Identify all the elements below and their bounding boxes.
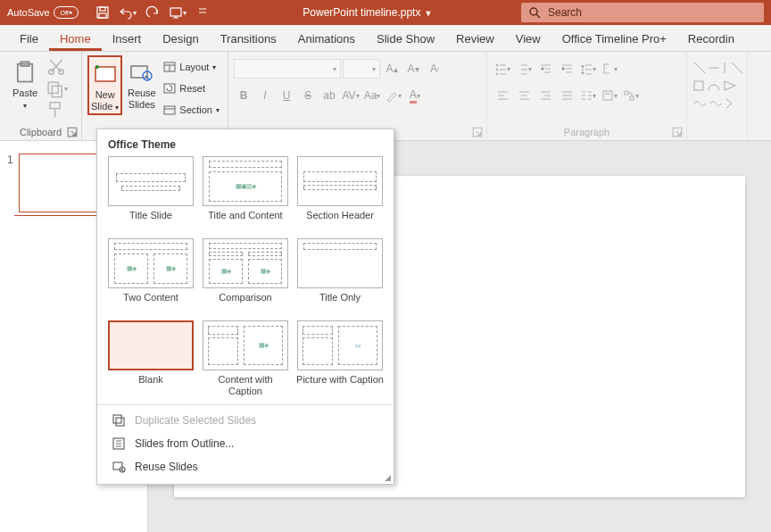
document-title[interactable]: PowerPoint timeline.pptx▼ bbox=[214, 6, 521, 19]
justify-button[interactable] bbox=[557, 86, 576, 105]
section-button[interactable]: Section ▾ bbox=[161, 100, 222, 120]
underline-button[interactable]: U bbox=[277, 86, 296, 105]
paste-button[interactable]: Paste▾ bbox=[5, 55, 45, 112]
reuse-slides-button[interactable]: Reuse Slides bbox=[124, 55, 159, 111]
smartart-button[interactable]: ▾ bbox=[621, 86, 641, 105]
group-drawing bbox=[687, 52, 748, 140]
resize-grip-icon[interactable]: ◢ bbox=[385, 473, 391, 482]
theme-heading: Office Theme bbox=[106, 137, 385, 156]
clipboard-icon bbox=[5, 57, 45, 87]
autosave-label: AutoSave bbox=[7, 7, 50, 18]
numbering-button[interactable]: ▾ bbox=[514, 59, 534, 79]
layout-blank[interactable]: Blank bbox=[106, 320, 195, 397]
search-input[interactable]: Search bbox=[521, 3, 764, 22]
format-painter-button[interactable] bbox=[46, 100, 66, 120]
layout-title-slide[interactable]: Title Slide bbox=[106, 156, 195, 233]
menu-duplicate-slides: Duplicate Selected Slides bbox=[106, 409, 385, 432]
layout-content-caption[interactable]: ▦◈ Content with Caption bbox=[201, 320, 290, 397]
increase-font-button[interactable]: A▴ bbox=[382, 59, 402, 79]
tab-review[interactable]: Review bbox=[445, 27, 505, 51]
bullets-button[interactable]: ▾ bbox=[493, 59, 512, 79]
reset-button[interactable]: Reset bbox=[161, 79, 222, 98]
align-right-button[interactable] bbox=[535, 86, 555, 105]
svg-rect-31 bbox=[113, 462, 122, 470]
title-bar: AutoSave Off● ▾ ▾ PowerPoint timeline.pp… bbox=[0, 0, 771, 25]
svg-rect-27 bbox=[694, 81, 703, 90]
char-spacing-button[interactable]: AV▾ bbox=[341, 86, 361, 105]
svg-rect-18 bbox=[164, 106, 175, 114]
svg-point-21 bbox=[496, 69, 498, 71]
svg-point-20 bbox=[496, 64, 498, 66]
group-slides: New Slide ▾ Reuse Slides Layout ▾ Reset … bbox=[82, 52, 228, 140]
tab-view[interactable]: View bbox=[505, 27, 551, 51]
ribbon-tabs: File Home Insert Design Transitions Anim… bbox=[0, 25, 771, 52]
clear-formatting-button[interactable]: A/ bbox=[425, 59, 444, 79]
shadow-button[interactable]: ab bbox=[319, 86, 339, 105]
align-center-button[interactable] bbox=[514, 86, 534, 105]
italic-button[interactable]: I bbox=[255, 86, 275, 105]
duplicate-icon bbox=[112, 413, 126, 428]
svg-rect-11 bbox=[50, 103, 60, 109]
increase-indent-button[interactable] bbox=[557, 59, 576, 79]
layout-picture-caption[interactable]: ▭ Picture with Caption bbox=[295, 320, 385, 397]
tab-home[interactable]: Home bbox=[49, 27, 102, 51]
save-button[interactable] bbox=[91, 2, 114, 23]
bold-button[interactable]: B bbox=[234, 86, 253, 105]
cut-button[interactable] bbox=[46, 57, 66, 77]
columns-button[interactable]: ▾ bbox=[578, 86, 598, 105]
text-direction-button[interactable]: ▾ bbox=[600, 59, 619, 79]
svg-rect-10 bbox=[52, 86, 62, 96]
chevron-down-icon: ▼ bbox=[420, 9, 432, 18]
layout-two-content[interactable]: ▦◈▦◈ Two Content bbox=[106, 238, 195, 315]
svg-rect-29 bbox=[116, 418, 124, 426]
align-text-button[interactable]: ▾ bbox=[600, 86, 619, 105]
new-slide-button[interactable]: New Slide ▾ bbox=[87, 55, 122, 115]
layout-section-header[interactable]: Section Header bbox=[295, 156, 385, 233]
svg-rect-25 bbox=[630, 96, 634, 100]
strike-button[interactable]: S bbox=[298, 86, 318, 105]
svg-rect-28 bbox=[113, 415, 121, 423]
svg-rect-2 bbox=[99, 13, 106, 18]
dialog-launcher-icon[interactable] bbox=[672, 127, 683, 137]
menu-reuse-slides[interactable]: Reuse Slides bbox=[106, 455, 385, 478]
font-size-select[interactable]: ▾ bbox=[343, 59, 380, 79]
layout-title-only[interactable]: Title Only bbox=[295, 238, 385, 315]
decrease-font-button[interactable]: A▾ bbox=[403, 59, 423, 79]
shapes-gallery[interactable] bbox=[692, 61, 744, 75]
menu-slides-from-outline[interactable]: Slides from Outline... bbox=[106, 432, 385, 455]
qat-customize-button[interactable] bbox=[191, 2, 214, 23]
tab-file[interactable]: File bbox=[9, 27, 49, 51]
font-color-button[interactable]: A▾ bbox=[405, 86, 425, 105]
layout-button[interactable]: Layout ▾ bbox=[161, 57, 222, 77]
copy-button[interactable]: ▾ bbox=[46, 79, 66, 98]
tab-slideshow[interactable]: Slide Show bbox=[366, 27, 445, 51]
tab-insert[interactable]: Insert bbox=[102, 27, 153, 51]
highlight-button[interactable]: ▾ bbox=[384, 86, 403, 105]
tab-recording[interactable]: Recordin bbox=[677, 27, 745, 51]
dialog-launcher-icon[interactable] bbox=[472, 127, 483, 137]
quick-access-toolbar: ▾ ▾ bbox=[86, 2, 214, 23]
align-left-button[interactable] bbox=[493, 86, 512, 105]
decrease-indent-button[interactable] bbox=[535, 59, 555, 79]
undo-button[interactable]: ▾ bbox=[116, 2, 139, 23]
tab-design[interactable]: Design bbox=[152, 27, 209, 51]
dialog-launcher-icon[interactable] bbox=[67, 127, 78, 137]
line-spacing-button[interactable]: ▾ bbox=[578, 59, 598, 79]
change-case-button[interactable]: Aa▾ bbox=[362, 86, 382, 105]
group-clipboard: Paste▾ ▾ Clipboard bbox=[0, 52, 82, 140]
tab-transitions[interactable]: Transitions bbox=[210, 27, 287, 51]
group-label: Paragraph bbox=[493, 125, 681, 140]
search-placeholder: Search bbox=[548, 6, 582, 19]
group-paragraph: ▾ ▾ ▾ ▾ ▾ ▾ ▾ Paragraph bbox=[487, 52, 687, 140]
from-beginning-button[interactable]: ▾ bbox=[166, 2, 189, 23]
redo-button[interactable] bbox=[141, 2, 164, 23]
layout-title-content[interactable]: ▦▣▥◈ Title and Content bbox=[201, 156, 290, 233]
font-family-select[interactable]: ▾ bbox=[234, 59, 341, 79]
tab-animations[interactable]: Animations bbox=[287, 27, 366, 51]
layout-comparison[interactable]: ▦◈▦◈ Comparison bbox=[201, 238, 290, 315]
group-font: ▾ ▾ A▴ A▾ A/ B I U S ab AV▾ Aa▾ ▾ A▾ Fon… bbox=[228, 52, 487, 140]
tab-office-timeline[interactable]: Office Timeline Pro+ bbox=[551, 27, 677, 51]
autosave-toggle[interactable]: AutoSave Off● bbox=[0, 6, 86, 19]
svg-rect-23 bbox=[603, 91, 612, 100]
svg-rect-13 bbox=[95, 67, 115, 81]
